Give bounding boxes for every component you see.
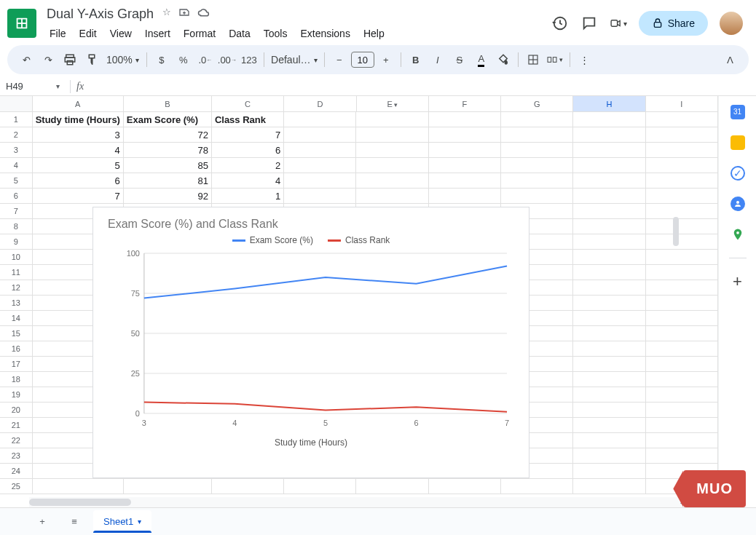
column-header-C[interactable]: C [212,96,284,111]
cell-I20[interactable] [646,403,718,418]
column-header-B[interactable]: B [124,96,212,111]
cell-H22[interactable] [573,433,645,448]
cell-H21[interactable] [573,418,645,433]
percent-button[interactable]: % [173,49,194,70]
cell-H23[interactable] [573,448,645,464]
cell-H10[interactable] [573,250,645,265]
cell-H2[interactable] [573,127,645,143]
cell-I19[interactable] [646,387,718,403]
row-header-23[interactable]: 23 [0,448,33,464]
cell-H16[interactable] [573,341,645,357]
cell-H19[interactable] [573,387,645,403]
cell-D6[interactable] [284,189,356,204]
row-header-15[interactable]: 15 [0,326,33,341]
chart[interactable]: Exam Score (%) and Class Rank Exam Score… [92,207,529,478]
cell-F5[interactable] [429,173,501,189]
cell-A3[interactable]: 4 [33,143,124,158]
cell-G4[interactable] [501,158,573,173]
cell-H12[interactable] [573,280,645,296]
menu-view[interactable]: View [104,25,138,42]
keep-icon[interactable] [731,135,745,150]
redo-button[interactable]: ↷ [38,49,58,70]
cell-H13[interactable] [573,296,645,311]
row-header-7[interactable]: 7 [0,204,33,219]
star-icon[interactable]: ☆ [162,7,171,22]
row-header-10[interactable]: 10 [0,250,33,265]
cell-I21[interactable] [646,418,718,433]
cell-H20[interactable] [573,403,645,418]
increase-font-button[interactable]: + [376,49,396,70]
cell-H8[interactable] [573,219,645,234]
name-box[interactable]: H49▾ [6,81,64,92]
cell-I9[interactable] [646,234,718,250]
move-icon[interactable] [178,7,190,22]
cell-G3[interactable] [501,143,573,158]
cell-A4[interactable]: 5 [33,158,124,173]
cell-D1[interactable] [284,112,356,127]
row-header-19[interactable]: 19 [0,387,33,403]
increase-decimal-button[interactable]: .00→ [217,49,237,70]
cell-F1[interactable] [429,112,501,127]
column-header-A[interactable]: A [33,96,124,111]
cell-G5[interactable] [501,173,573,189]
horizontal-scrollbar[interactable]: ◄ ► [29,497,698,507]
row-header-2[interactable]: 2 [0,127,33,143]
row-header-20[interactable]: 20 [0,403,33,418]
decrease-font-button[interactable]: − [329,49,350,70]
more-toolbar-button[interactable]: ⋮ [575,49,595,70]
cell-B4[interactable]: 85 [124,158,212,173]
row-header-22[interactable]: 22 [0,433,33,448]
cell-I4[interactable] [646,158,718,173]
paint-format-button[interactable] [82,49,102,70]
cell-I17[interactable] [646,357,718,372]
menu-edit[interactable]: Edit [74,25,103,42]
calendar-icon[interactable]: 31 [731,105,745,119]
column-header-D[interactable]: D [284,96,356,111]
row-header-16[interactable]: 16 [0,341,33,357]
cell-G2[interactable] [501,127,573,143]
cell-G1[interactable] [501,112,573,127]
cell-I1[interactable] [646,112,718,127]
cell-C4[interactable]: 2 [212,158,284,173]
cell-E3[interactable] [356,143,428,158]
cell-H7[interactable] [573,204,645,219]
row-header-17[interactable]: 17 [0,357,33,372]
cell-H25[interactable] [573,479,645,494]
cell-D3[interactable] [284,143,356,158]
cell-E4[interactable] [356,158,428,173]
cell-I22[interactable] [646,433,718,448]
addons-plus-icon[interactable]: + [731,274,745,289]
sheet-tab[interactable]: Sheet1 ▾ [93,510,151,533]
cell-I6[interactable] [646,189,718,204]
borders-button[interactable] [523,49,543,70]
cell-C2[interactable]: 7 [212,127,284,143]
row-header-24[interactable]: 24 [0,464,33,479]
cell-H6[interactable] [573,189,645,204]
cell-B2[interactable]: 72 [124,127,212,143]
cell-H9[interactable] [573,234,645,250]
cell-E1[interactable] [356,112,428,127]
column-header-I[interactable]: I [646,96,718,111]
meet-icon[interactable]: ▾ [610,15,627,32]
cell-A6[interactable]: 7 [33,189,124,204]
cell-A1[interactable]: Study time (Hours) [33,112,124,127]
sheets-app-icon[interactable] [7,9,36,38]
cell-H24[interactable] [573,464,645,479]
cell-E5[interactable] [356,173,428,189]
cell-C1[interactable]: Class Rank [212,112,284,127]
cell-D25[interactable] [284,479,356,494]
cell-F3[interactable] [429,143,501,158]
cell-B3[interactable]: 78 [124,143,212,158]
menu-help[interactable]: Help [358,25,390,42]
share-button[interactable]: Share [639,11,708,36]
row-header-5[interactable]: 5 [0,173,33,189]
row-header-12[interactable]: 12 [0,280,33,296]
bold-button[interactable]: B [406,49,426,70]
cell-I5[interactable] [646,173,718,189]
cell-C5[interactable]: 4 [212,173,284,189]
cell-C6[interactable]: 1 [212,189,284,204]
cell-I10[interactable] [646,250,718,265]
font-size-input[interactable]: 10 [351,52,374,68]
menu-data[interactable]: Data [223,25,256,42]
row-header-13[interactable]: 13 [0,296,33,311]
